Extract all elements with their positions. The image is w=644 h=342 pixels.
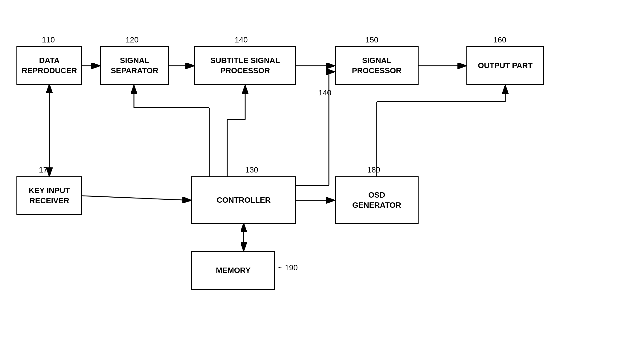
- data-reproducer-block: DATA REPRODUCER: [16, 46, 82, 85]
- signal-separator-ref: 120: [126, 35, 138, 45]
- signal-separator-block: SIGNALSEPARATOR: [100, 46, 169, 85]
- data-reproducer-label: DATA REPRODUCER: [17, 56, 81, 76]
- key-input-receiver-ref: 170: [39, 165, 52, 175]
- output-part-block: OUTPUT PART: [466, 46, 544, 85]
- controller-label: CONTROLLER: [217, 195, 271, 205]
- key-input-receiver-label: KEY INPUTRECEIVER: [29, 186, 70, 206]
- data-reproducer-ref: 110: [42, 35, 55, 45]
- osd-generator-block: OSDGENERATOR: [335, 176, 419, 224]
- controller-ref: 130: [245, 165, 258, 175]
- arrows-svg: [0, 0, 644, 342]
- signal-separator-label: SIGNALSEPARATOR: [111, 56, 158, 76]
- output-part-label: OUTPUT PART: [478, 61, 533, 71]
- block-diagram: DATA REPRODUCER 110 SIGNALSEPARATOR 120 …: [0, 0, 644, 342]
- osd-generator-label: OSDGENERATOR: [352, 190, 401, 210]
- memory-block: MEMORY: [191, 251, 275, 290]
- signal-processor-label: SIGNALPROCESSOR: [352, 56, 402, 76]
- signal-processor-ref: 150: [365, 35, 378, 45]
- line-140-label: 140: [318, 88, 331, 97]
- subtitle-signal-processor-label: SUBTITLE SIGNALPROCESSOR: [210, 56, 280, 76]
- subtitle-signal-processor-ref: 140: [235, 35, 248, 45]
- output-part-ref: 160: [493, 35, 506, 45]
- memory-ref: ~ 190: [278, 263, 298, 272]
- svg-line-15: [82, 196, 190, 200]
- key-input-receiver-block: KEY INPUTRECEIVER: [16, 176, 82, 215]
- controller-block: CONTROLLER: [191, 176, 296, 224]
- signal-processor-block: SIGNALPROCESSOR: [335, 46, 419, 85]
- osd-generator-ref: 180: [367, 165, 380, 175]
- memory-label: MEMORY: [216, 265, 251, 276]
- subtitle-signal-processor-block: SUBTITLE SIGNALPROCESSOR: [194, 46, 296, 85]
